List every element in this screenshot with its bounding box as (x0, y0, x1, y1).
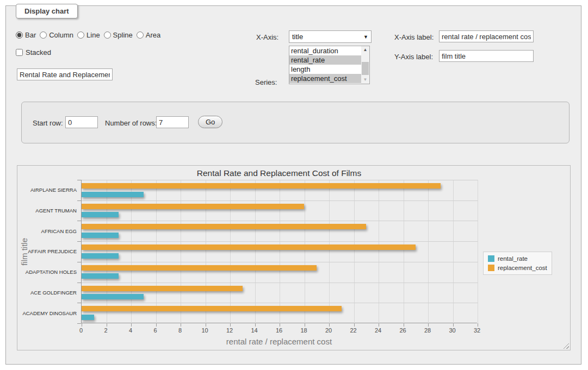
x-tick-label: 12 (226, 327, 233, 334)
radio-label: Column (49, 31, 73, 39)
x-axis-tick (478, 323, 478, 327)
x-axis-tick (255, 323, 256, 327)
scrollbar-down-icon[interactable]: ▼ (361, 76, 369, 84)
x-axis-tick (305, 323, 305, 327)
gridline (82, 180, 478, 180)
bar-rental_rate (82, 315, 94, 320)
radio-label: Spline (113, 31, 133, 39)
series-option-rental_rate[interactable]: rental_rate (289, 55, 361, 65)
legend-item-replacement_cost[interactable]: replacement_cost (488, 265, 547, 271)
gridline (404, 180, 404, 323)
series-option-length[interactable]: length (289, 65, 361, 74)
x-tick-label: 10 (201, 327, 208, 334)
x-tick-label: 28 (424, 327, 431, 334)
legend-swatch-icon (488, 255, 494, 262)
x-tick-label: 22 (350, 327, 356, 334)
chart-type-radio-spline[interactable] (104, 32, 111, 39)
x-axis-selected-value: title (292, 33, 303, 41)
gridline (280, 180, 280, 323)
bar-replacement_cost (82, 224, 366, 229)
chart-type-option-bar[interactable]: Bar (16, 31, 36, 39)
category-label: AGENT TRUMAN (17, 200, 77, 221)
x-axis-select[interactable]: title ▼ (289, 30, 372, 43)
legend-swatch-icon (488, 265, 494, 271)
dropdown-caret-icon: ▼ (363, 34, 368, 40)
gridline (478, 180, 478, 323)
gridline (206, 180, 206, 323)
legend-label: rental_rate (498, 255, 528, 262)
x-tick-label: 8 (178, 327, 182, 334)
stacked-checkbox[interactable] (16, 49, 23, 56)
x-tick-label: 4 (129, 327, 132, 334)
series-option-rental_duration[interactable]: rental_duration (289, 46, 361, 55)
x-axis-label-input[interactable] (439, 30, 534, 42)
x-axis-select-label: X-Axis: (256, 33, 278, 41)
x-tick-label: 32 (474, 327, 480, 334)
chart-type-radio-column[interactable] (40, 32, 47, 39)
x-axis-tick (230, 323, 231, 327)
bar-rental_rate (82, 253, 119, 259)
resize-handle-icon[interactable] (563, 343, 569, 349)
y-axis-tick (77, 200, 81, 201)
chart-type-option-column[interactable]: Column (40, 31, 73, 39)
gridline (82, 303, 478, 303)
series-option-replacement_cost[interactable]: replacement_cost (289, 74, 361, 83)
legend-label: replacement_cost (498, 265, 547, 271)
series-select-label: Series: (255, 78, 277, 86)
chart-type-option-spline[interactable]: Spline (104, 31, 133, 39)
chart-type-option-line[interactable]: Line (77, 31, 100, 39)
series-options: rental_durationrental_ratelengthreplacem… (289, 46, 361, 84)
x-tick-label: 16 (276, 327, 282, 334)
panel-tab: Display chart (16, 4, 78, 18)
gridline (82, 241, 478, 242)
go-button[interactable]: Go (198, 116, 222, 128)
category-label: AIRPLANE SIERRA (17, 180, 77, 200)
chart-type-option-area[interactable]: Area (137, 31, 160, 39)
x-axis-tick (428, 323, 429, 327)
chart-title-input[interactable] (17, 68, 113, 80)
gridline (230, 180, 231, 323)
chart-type-radio-bar[interactable] (16, 32, 23, 39)
gridline (82, 262, 478, 262)
gridline (329, 180, 330, 323)
bar-rental_rate (82, 273, 119, 279)
legend-item-rental_rate[interactable]: rental_rate (488, 255, 547, 262)
x-axis-tick (404, 323, 404, 327)
stacked-label: Stacked (26, 48, 51, 57)
chart-container: Rental Rate and Replacement Cost of Film… (17, 165, 571, 350)
bar-replacement_cost (82, 204, 304, 209)
gridline (428, 180, 429, 323)
x-axis-title: rental rate / replacement cost (81, 337, 477, 346)
chart-type-radio-area[interactable] (137, 32, 144, 39)
y-axis-tick (77, 241, 81, 242)
y-axis-tick (77, 303, 81, 303)
x-axis-tick (280, 323, 280, 327)
chart-title: Rental Rate and Replacement Cost of Film… (81, 168, 477, 178)
start-row-label: Start row: (33, 119, 63, 127)
start-row-input[interactable] (65, 116, 98, 128)
x-axis-tick (131, 323, 132, 327)
gridline (107, 180, 107, 323)
scrollbar-thumb[interactable] (362, 62, 369, 75)
chart-type-radio-line[interactable] (77, 32, 84, 39)
x-tick-label: 30 (449, 327, 455, 334)
series-scrollbar[interactable]: ▲ ▼ (361, 46, 369, 84)
y-axis-tick (77, 180, 81, 180)
x-tick-label: 26 (399, 327, 406, 334)
gridline (354, 180, 355, 323)
scrollbar-up-icon[interactable]: ▲ (361, 46, 369, 54)
bar-replacement_cost (82, 183, 441, 189)
x-axis-tick (329, 323, 330, 327)
bar-replacement_cost (82, 286, 243, 291)
stacked-row: Stacked (16, 48, 51, 57)
x-axis-tick (354, 323, 355, 327)
num-rows-input[interactable] (156, 116, 189, 128)
x-axis-tick (107, 323, 107, 327)
radio-label: Area (146, 31, 160, 39)
gridline (131, 180, 132, 323)
y-axis-tick (77, 221, 81, 221)
x-tick-label: 0 (79, 327, 83, 334)
category-labels: AIRPLANE SIERRAAGENT TRUMANAFRICAN EGGAF… (17, 180, 77, 323)
x-axis-tick (453, 323, 454, 327)
y-axis-label-input[interactable] (439, 50, 534, 62)
